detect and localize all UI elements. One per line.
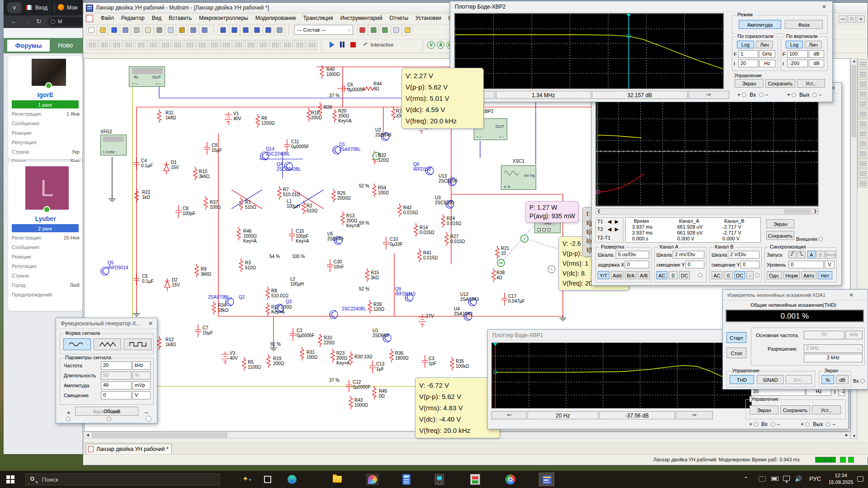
task-view-icon[interactable]	[264, 476, 271, 483]
rf-icon[interactable]	[245, 40, 256, 50]
close-icon[interactable]: ✕	[820, 3, 829, 11]
misc-icon[interactable]	[221, 40, 232, 50]
xfg2-symbol[interactable]: + COM −	[100, 135, 127, 155]
chb-dc-button[interactable]: DC	[734, 271, 745, 279]
chb-0-button[interactable]: 0	[724, 271, 733, 279]
h-i-unit[interactable]: Hz	[759, 60, 775, 67]
chb-probe-radio[interactable]	[755, 273, 760, 277]
phase-button[interactable]: Фаза	[785, 20, 823, 29]
volume-icon[interactable]: 🔊	[795, 475, 802, 482]
tab-search-button[interactable]: v	[7, 2, 22, 13]
sinad-button[interactable]: SINAD	[757, 375, 784, 384]
none-button[interactable]: Нет	[818, 271, 832, 279]
notification-icon[interactable]	[857, 476, 863, 482]
t1-right-icon[interactable]: ▶	[615, 219, 618, 225]
basic-icon[interactable]	[99, 40, 110, 50]
percent-button[interactable]: %	[821, 375, 834, 384]
cha-0-button[interactable]: 0	[669, 271, 678, 279]
scroll-thumb[interactable]	[784, 209, 811, 214]
transistor-icon[interactable]	[123, 40, 134, 50]
resolution-dropdown[interactable]: 2 kHz⌄	[804, 344, 863, 353]
sheet-tab[interactable]: Ланзар двойка УН рабочий *	[86, 444, 172, 454]
forward-annotate-icon[interactable]	[380, 25, 390, 35]
chrome-icon[interactable]	[505, 474, 515, 484]
xbp2-cursor-right-button[interactable]: ⇨	[689, 91, 729, 99]
copy-icon[interactable]	[165, 25, 176, 35]
menu-item-6[interactable]: Трансляция	[300, 14, 337, 23]
instrument-icon-11[interactable]	[858, 169, 868, 178]
file-explorer-icon[interactable]	[333, 476, 342, 483]
forums-tab[interactable]: Форумы	[7, 40, 50, 52]
power-icon[interactable]	[208, 40, 220, 50]
instrument-icon-5[interactable]	[858, 109, 868, 118]
ba-button[interactable]: B/A	[625, 271, 637, 279]
menu-item-2[interactable]: Вид	[148, 14, 165, 23]
address-bar[interactable]: Id	[48, 17, 86, 26]
menu-item-4[interactable]: Микроконтроллеры	[195, 14, 252, 23]
reload-icon[interactable]: ↻	[36, 18, 42, 25]
xbp2-screen-button[interactable]: Экран	[735, 79, 764, 88]
avatar[interactable]	[32, 59, 66, 86]
search-box[interactable]: Поиск	[25, 474, 220, 485]
xbp2-save-button[interactable]: Сохранить	[765, 79, 795, 88]
ab-button[interactable]: A/B	[638, 271, 650, 279]
xda1-titlebar[interactable]: Измеритель нелинейных искажений-XDA1	[723, 290, 868, 300]
bode-instrument-symbol[interactable]: INOUT+ −+ −	[129, 66, 165, 87]
offset-field[interactable]: 0	[101, 391, 132, 399]
frequency-unit[interactable]: kHz	[132, 361, 151, 370]
edge-falling-button[interactable]	[797, 251, 806, 258]
child-minimize-button[interactable]: —	[839, 15, 847, 23]
save-icon[interactable]	[120, 25, 131, 35]
instrument-icon-12[interactable]	[858, 178, 868, 188]
v-f-unit[interactable]: dB	[809, 50, 824, 58]
cha-scale-field[interactable]: 2 mV/Div	[673, 251, 704, 258]
chb-offset-field[interactable]: 0	[741, 261, 760, 268]
description-icon[interactable]	[274, 25, 285, 35]
h-lin-button[interactable]: Лин	[756, 41, 773, 48]
hierarchy-icon[interactable]	[218, 25, 228, 35]
redo-icon[interactable]	[199, 25, 210, 35]
instrument-icon-2[interactable]	[858, 79, 868, 88]
spreadsheet-icon[interactable]	[229, 25, 240, 35]
cha-ac-button[interactable]: AC	[656, 271, 667, 279]
browser-tab-2[interactable]: Мои	[67, 5, 78, 11]
square-wave-button[interactable]	[124, 338, 151, 350]
edge-rising-button[interactable]	[788, 251, 797, 258]
mcu-icon[interactable]	[282, 40, 293, 50]
diode-icon[interactable]	[111, 40, 122, 50]
site-info-icon[interactable]	[51, 19, 55, 24]
back-icon[interactable]: ←	[11, 18, 17, 25]
compose-dropdown[interactable]: --- Состав --- ⌄	[294, 25, 353, 35]
v-i-field[interactable]: -200	[787, 60, 808, 67]
v-i-unit[interactable]: dB	[809, 60, 824, 67]
instrument-icon-10[interactable]	[858, 159, 868, 168]
instrument-icon-9[interactable]	[858, 149, 868, 158]
menu-item-9[interactable]: Установки	[412, 14, 444, 23]
paint-icon[interactable]	[366, 474, 379, 485]
avatar[interactable]: L	[25, 166, 69, 210]
scroll-down-icon[interactable]: ▼	[852, 434, 856, 438]
minus-terminal[interactable]	[146, 416, 151, 422]
probe-v-button[interactable]: V	[427, 41, 435, 49]
username[interactable]: IgorE	[8, 91, 83, 99]
offset-unit[interactable]: V	[132, 391, 151, 399]
menu-item-8[interactable]: Отчеты	[386, 14, 412, 23]
instrument-icon-6[interactable]	[858, 119, 868, 128]
scroll-thumb[interactable]	[851, 65, 856, 137]
fgen-titlebar[interactable]: Функциональный генератор-X...	[56, 318, 157, 329]
edge-icon[interactable]	[288, 475, 297, 484]
preview-icon[interactable]	[143, 25, 153, 35]
eda-app1-icon[interactable]	[435, 474, 444, 485]
single-button[interactable]: Одн.	[767, 271, 782, 279]
yt-button[interactable]: Y/T	[598, 271, 609, 279]
database-icon[interactable]	[241, 25, 251, 35]
scroll-thumb[interactable]	[92, 432, 227, 438]
hierarchical-icon[interactable]	[294, 40, 305, 50]
menu-item-7[interactable]: Инструментарий	[337, 14, 386, 23]
amplitude-unit[interactable]: mVp	[132, 381, 151, 389]
new-icon[interactable]	[86, 25, 97, 35]
misc-digital-icon[interactable]	[172, 40, 183, 50]
news-tab[interactable]: Ново	[58, 42, 73, 49]
chb-scale-field[interactable]: 2 V/Div	[728, 251, 760, 258]
fundamental-unit[interactable]: kHz	[845, 331, 863, 339]
